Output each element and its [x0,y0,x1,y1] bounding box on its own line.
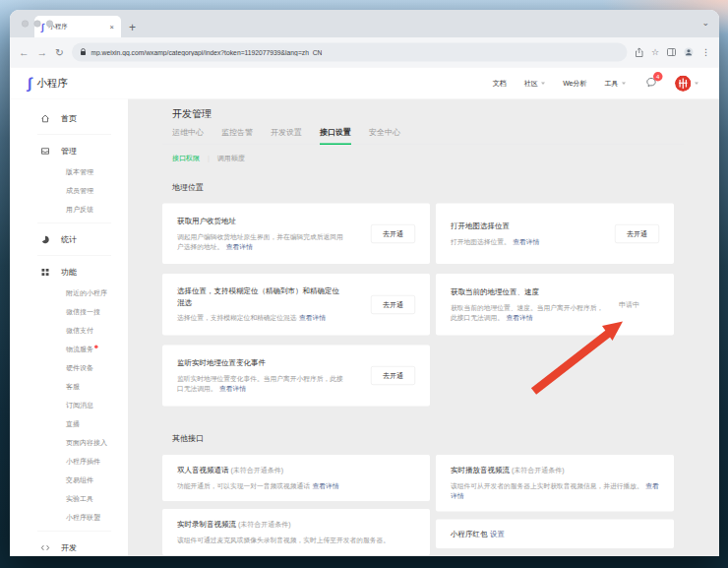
sidebar-item-version[interactable]: 版本管理 [10,162,128,181]
minimize-window-button[interactable] [34,21,41,28]
card-desc: 该组件可从开发者的服务器上实时获取音视频信息，并进行播放。查看详情 [451,481,659,502]
sidebar-item-trade-component[interactable]: 交易组件 [10,471,128,489]
sidebar-item-plugins[interactable]: 小程序插件 [10,452,128,471]
sidebar-item-label: 首页 [61,113,77,124]
sidebar-item-features[interactable]: 功能 [10,261,128,284]
subtab-api-permission[interactable]: 接口权限 [172,154,200,162]
sidebar-item-lab-tools[interactable]: 实验工具 [10,489,128,508]
api-card-shipping-address: 获取用户收货地址 调起用户编辑收货地址原生界面，并在编辑完成后返回用户选择的地址… [162,204,430,265]
browser-toolbar: ← → ↻ mp.weixin.qq.com/wxamp/categoryapi… [10,37,719,68]
card-title: 获取用户收货地址 [177,216,344,226]
forward-button[interactable]: → [37,47,48,58]
activate-button[interactable]: 去开通 [371,366,415,385]
card-title: 监听实时地理位置变化事件 [177,357,344,368]
card-desc-text: 调起用户编辑收货地址原生界面，并在编辑完成后返回用户选择的地址。 [177,232,343,250]
sidebar-item-home[interactable]: 首页 [10,107,128,131]
bookmark-star-icon[interactable]: ☆ [651,48,659,57]
sidebar-item-alliance[interactable]: 小程序联盟 [10,508,128,527]
address-bar[interactable]: mp.weixin.qq.com/wxamp/categoryapi/index… [72,43,628,62]
nav-docs[interactable]: 文档 [493,79,507,88]
sidebar: 首页 管理 版本管理 成员管理 用户反馈 统计 [10,99,128,557]
tab-api-settings[interactable]: 接口设置 [320,127,351,145]
account-avatar [675,75,692,92]
sidebar-item-manage[interactable]: 管理 [10,140,128,163]
condition-badge: (未符合开通条件) [231,466,284,473]
nav-community[interactable]: 社区 [524,79,546,88]
sidebar-item-nearby[interactable]: 附近的小程序 [10,284,128,302]
close-window-button[interactable] [22,21,29,28]
condition-badge: (未符合开通条件) [238,521,291,529]
view-details-link[interactable]: 查看详情 [513,237,539,245]
nav-tools[interactable]: 工具 [605,79,627,88]
cards-column-right: 实时播放音视频流(未符合开通条件) 该组件可从开发者的服务器上实时获取音视频信息… [436,455,674,548]
browser-window: ∫ 小程序 × + ⌄ ← → ↻ mp.weixin.qq.com/wxamp… [10,10,719,556]
api-card-play-stream: 实时播放音视频流(未符合开通条件) 该组件可从开发者的服务器上实时获取音视频信息… [436,455,674,512]
activate-button[interactable]: 去开通 [615,224,659,243]
sidebar-item-hardware[interactable]: 硬件设备 [10,358,128,377]
view-details-link[interactable]: 查看详情 [219,385,246,393]
card-title-text: 实时播放音视频流 [451,466,510,474]
grid-icon [40,267,50,277]
zoom-window-button[interactable] [46,21,53,28]
card-title: 打开地图选择位置 [451,221,605,231]
site-body: 首页 管理 版本管理 成员管理 用户反馈 统计 [10,99,719,557]
browser-menu-icon[interactable]: ⋮ [701,48,710,57]
tab-dev-settings[interactable]: 开发设置 [271,127,302,145]
card-content: 监听实时地理位置变化事件 监听实时地理位置变化事件。当用户离开小程序后，此接口无… [177,357,361,395]
close-tab-icon[interactable]: × [110,23,114,31]
status-text: 申请中 [619,300,639,309]
card-desc: 获取当前的地理位置、速度。当用户离开小程序后，此接口无法调用。查看详情 [451,302,609,323]
settings-link[interactable]: 设置 [490,529,505,538]
card-content: 实时录制音视频流(未符合开通条件) 该组件可通过麦克风或摄像头录制音视频，实时上… [177,519,415,545]
sidebar-item-members[interactable]: 成员管理 [10,181,128,200]
card-title: 实时播放音视频流(未符合开通条件) [451,465,618,475]
new-tab-button[interactable]: + [129,22,136,33]
lock-icon [80,48,87,56]
reload-button[interactable]: ↻ [55,47,64,58]
brand[interactable]: ∫ 小程序 [28,74,68,93]
view-details-link[interactable]: 查看详情 [507,314,533,322]
view-details-link[interactable]: 查看详情 [313,482,339,490]
sidebar-item-feedback[interactable]: 用户反馈 [10,200,128,219]
condition-badge: (未符合开通条件) [512,466,565,473]
sidebar-item-label: 开发 [61,542,77,553]
sidebar-item-statistics[interactable]: 统计 [10,228,128,252]
tab-search-icon[interactable]: ⌄ [701,17,709,28]
back-button[interactable]: ← [19,47,30,58]
sidebar-item-customer-service[interactable]: 客服 [10,377,128,396]
tab-ops-center[interactable]: 运维中心 [172,127,204,145]
card-content: 选择位置，支持模糊定位（精确到市）和精确定位混选 选择位置，支持模糊定位和精确定… [177,285,361,323]
share-icon[interactable] [635,47,643,57]
profile-avatar-icon[interactable] [684,47,694,57]
sidebar-item-search[interactable]: 微信搜一搜 [10,302,128,321]
card-title: 实时录制音视频流(未符合开通条件) [177,519,344,530]
view-details-link[interactable]: 查看详情 [226,243,253,251]
home-icon [40,113,50,123]
card-desc-text: 打开地图选择位置。 [451,237,511,245]
account-menu[interactable] [675,75,698,92]
card-desc-text: 监听实时地理位置变化事件。当用户离开小程序后，此接口无法调用。 [177,374,343,392]
sidebar-item-subscribe-message[interactable]: 订阅消息 [10,396,128,414]
activate-button[interactable]: 去开通 [371,224,415,243]
sidebar-item-develop[interactable]: 开发 [10,536,128,557]
tab-security-center[interactable]: 安全中心 [369,127,400,145]
card-content: 获取当前的地理位置、速度 获取当前的地理位置、速度。当用户离开小程序后，此接口无… [451,286,609,324]
notification-bell-icon[interactable]: 4 [645,77,657,91]
sidebar-item-logistics[interactable]: 物流服务 [10,340,128,358]
api-card-record-stream: 实时录制音视频流(未符合开通条件) 该组件可通过麦克风或摄像头录制音视频，实时上… [162,509,430,555]
sidebar-item-wechat-pay[interactable]: 微信支付 [10,321,128,340]
view-details-link[interactable]: 查看详情 [299,314,326,322]
sidebar-item-page-content[interactable]: 页面内容接入 [10,433,128,452]
tab-title: 小程序 [48,23,105,32]
subtab-bar: 接口权限 | 调用额度 [162,154,719,162]
side-panel-icon[interactable] [667,48,676,56]
location-cards: 获取用户收货地址 调起用户编辑收货地址原生界面，并在编辑完成后返回用户选择的地址… [162,204,719,407]
card-title: 选择位置，支持模糊定位（精确到市）和精确定位混选 [177,285,344,308]
tab-monitor-alert[interactable]: 监控告警 [221,127,253,145]
activate-button[interactable]: 去开通 [371,295,415,314]
notification-badge: 4 [653,72,663,82]
subtab-quota[interactable]: 调用额度 [217,154,245,162]
nav-we-analytics[interactable]: We分析 [563,79,586,88]
sidebar-item-live[interactable]: 直播 [10,414,128,433]
section-title-location: 地理位置 [162,182,719,193]
